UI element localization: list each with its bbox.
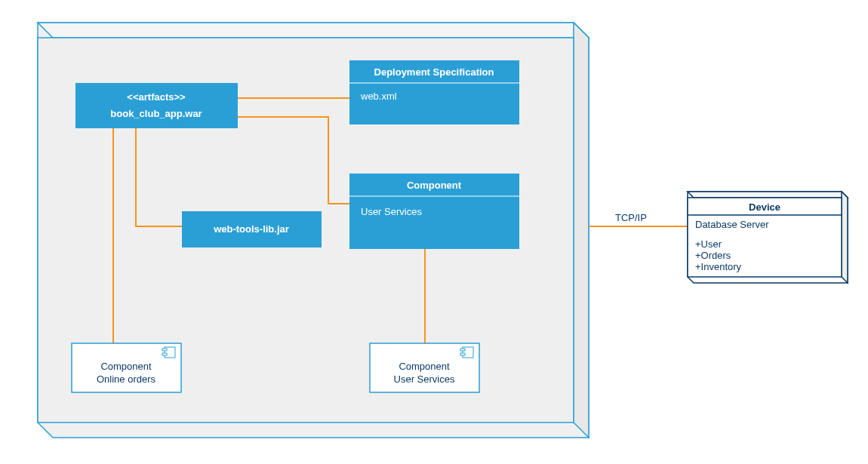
artifact-box: <<artfacts>> book_club_app.war <box>75 83 238 128</box>
svg-marker-2 <box>574 23 589 438</box>
device-attr1: +User <box>695 238 722 250</box>
component-main-box: Component User Services <box>349 174 519 249</box>
component-main-content: User Services <box>361 206 422 217</box>
connection-label: TCP/IP <box>615 212 647 223</box>
svg-marker-25 <box>688 192 848 198</box>
svg-rect-13 <box>349 196 519 249</box>
component-b-content: User Services <box>394 373 455 385</box>
device-name: Database Server <box>695 219 769 230</box>
device-attr3: +Inventory <box>695 261 742 272</box>
deployment-diagram: <<artfacts>> book_club_app.war Deploymen… <box>0 0 868 464</box>
component-b-box: Component User Services <box>370 343 479 392</box>
component-b-title: Component <box>399 361 450 372</box>
deployment-spec-content: web.xml <box>360 91 397 102</box>
svg-marker-1 <box>38 23 589 38</box>
svg-rect-10 <box>349 83 519 124</box>
lib-box: web-tools-lib.jar <box>182 211 322 247</box>
svg-marker-26 <box>842 192 848 283</box>
component-a-title: Component <box>100 361 152 372</box>
svg-rect-22 <box>460 349 465 351</box>
device-box: Device Database Server +User +Orders +In… <box>688 192 848 283</box>
deployment-spec-box: Deployment Specification web.xml <box>349 60 519 124</box>
svg-rect-18 <box>162 349 167 351</box>
svg-rect-8 <box>75 83 238 128</box>
deployment-spec-title: Deployment Specification <box>374 66 494 78</box>
svg-rect-19 <box>162 353 167 355</box>
lib-name: web-tools-lib.jar <box>213 223 289 235</box>
device-title: Device <box>749 201 780 213</box>
component-a-content: Online orders <box>97 373 156 385</box>
component-main-title: Component <box>407 180 462 191</box>
artifact-name: book_club_app.war <box>110 108 202 119</box>
artifact-stereotype: <<artfacts>> <box>127 91 186 103</box>
component-a-box: Component Online orders <box>72 343 181 392</box>
device-attr2: +Orders <box>695 250 731 261</box>
svg-rect-23 <box>460 353 465 355</box>
